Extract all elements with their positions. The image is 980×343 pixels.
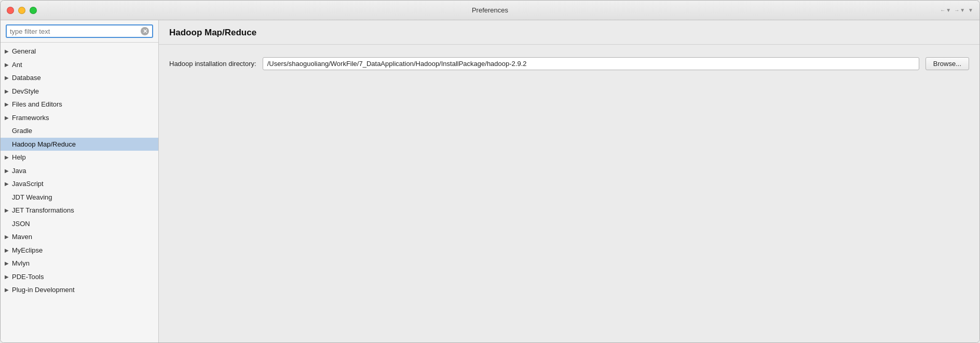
- sidebar-item-frameworks[interactable]: Frameworks: [1, 111, 158, 125]
- expand-arrow-icon: [5, 233, 12, 241]
- sidebar-item-hadoop-map-reduce[interactable]: Hadoop Map/Reduce: [1, 138, 158, 151]
- expand-arrow-icon: [5, 61, 12, 69]
- expand-arrow-icon: [5, 87, 12, 95]
- sidebar-item-label-javascript: JavaScript: [12, 179, 153, 189]
- sidebar-item-label-devstyle: DevStyle: [12, 86, 153, 97]
- back-button[interactable]: ← ▼: [940, 7, 951, 13]
- main-panel: Hadoop Map/Reduce Hadoop installation di…: [159, 20, 979, 342]
- close-button[interactable]: [7, 7, 14, 14]
- sidebar-item-label-pde-tools: PDE-Tools: [12, 272, 153, 282]
- sidebar-item-label-database: Database: [12, 73, 153, 83]
- sidebar-item-jet-transformations[interactable]: JET Transformations: [1, 204, 158, 217]
- forward-button[interactable]: → ▼: [954, 7, 965, 13]
- hadoop-dir-row: Hadoop installation directory: Browse...: [169, 57, 969, 70]
- sidebar-item-label-hadoop-map-reduce: Hadoop Map/Reduce: [12, 139, 153, 150]
- browse-button[interactable]: Browse...: [925, 57, 969, 70]
- sidebar-item-label-myeclipse: MyEclipse: [12, 245, 153, 256]
- sidebar-item-gradle[interactable]: Gradle: [1, 124, 158, 138]
- sidebar-item-database[interactable]: Database: [1, 71, 158, 85]
- sidebar-item-myeclipse[interactable]: MyEclipse: [1, 244, 158, 257]
- sidebar-item-label-help: Help: [12, 152, 153, 163]
- filter-input-wrapper: ✕: [6, 24, 153, 38]
- sidebar-item-pde-tools[interactable]: PDE-Tools: [1, 270, 158, 284]
- sidebar-item-javascript[interactable]: JavaScript: [1, 177, 158, 191]
- hadoop-dir-input[interactable]: [263, 57, 919, 70]
- expand-arrow-icon: [5, 273, 12, 281]
- sidebar-item-label-general: General: [12, 46, 153, 57]
- sidebar-item-java[interactable]: Java: [1, 164, 158, 178]
- forward-icon: →: [954, 7, 959, 13]
- sidebar-item-label-mvlyn: Mvlyn: [12, 258, 153, 269]
- sidebar-item-devstyle[interactable]: DevStyle: [1, 85, 158, 98]
- sidebar-item-help[interactable]: Help: [1, 151, 158, 164]
- titlebar-navigation: ← ▼ → ▼ ▼: [940, 7, 973, 13]
- panel-title: Hadoop Map/Reduce: [169, 28, 969, 38]
- window-controls: [7, 7, 37, 14]
- expand-arrow-icon: [5, 180, 12, 188]
- sidebar-item-jdt-weaving[interactable]: JDT Weaving: [1, 191, 158, 204]
- expand-arrow-icon: [5, 47, 12, 55]
- expand-arrow-icon: [5, 100, 12, 108]
- sidebar-item-general[interactable]: General: [1, 45, 158, 58]
- expand-arrow-icon: [5, 206, 12, 214]
- maximize-button[interactable]: [30, 7, 37, 14]
- sidebar-item-label-jet-transformations: JET Transformations: [12, 205, 153, 216]
- sidebar: ✕ GeneralAntDatabaseDevStyleFiles and Ed…: [1, 20, 159, 342]
- forward-dropdown-icon[interactable]: ▼: [960, 7, 965, 13]
- hadoop-dir-label: Hadoop installation directory:: [169, 60, 256, 68]
- expand-arrow-icon: [5, 153, 12, 161]
- titlebar: Preferences ← ▼ → ▼ ▼: [1, 1, 979, 20]
- expand-arrow-icon: [5, 74, 12, 82]
- sidebar-item-label-ant: Ant: [12, 60, 153, 70]
- back-icon: ←: [940, 7, 945, 13]
- filter-input[interactable]: [10, 28, 141, 35]
- sidebar-item-mvlyn[interactable]: Mvlyn: [1, 257, 158, 270]
- filter-area: ✕: [1, 20, 158, 43]
- expand-arrow-icon: [5, 114, 12, 122]
- expand-arrow-icon: [5, 246, 12, 254]
- menu-button[interactable]: ▼: [968, 7, 973, 13]
- filter-clear-button[interactable]: ✕: [141, 27, 149, 35]
- window-title: Preferences: [472, 6, 508, 14]
- minimize-button[interactable]: [18, 7, 25, 14]
- panel-header: Hadoop Map/Reduce: [159, 20, 979, 45]
- expand-arrow-icon: [5, 286, 12, 294]
- sidebar-item-label-plug-in-development: Plug-in Development: [12, 285, 153, 295]
- menu-icon: ▼: [968, 7, 973, 13]
- expand-arrow-icon: [5, 167, 12, 175]
- content-area: ✕ GeneralAntDatabaseDevStyleFiles and Ed…: [1, 20, 979, 342]
- sidebar-item-label-jdt-weaving: JDT Weaving: [12, 192, 153, 203]
- sidebar-item-label-gradle: Gradle: [12, 126, 153, 136]
- panel-body: Hadoop installation directory: Browse...: [159, 45, 979, 342]
- sidebar-item-plug-in-development[interactable]: Plug-in Development: [1, 283, 158, 297]
- sidebar-item-files-and-editors[interactable]: Files and Editors: [1, 98, 158, 111]
- sidebar-item-maven[interactable]: Maven: [1, 230, 158, 244]
- back-dropdown-icon[interactable]: ▼: [946, 7, 951, 13]
- preferences-window: Preferences ← ▼ → ▼ ▼ ✕: [0, 0, 980, 343]
- expand-arrow-icon: [5, 259, 12, 267]
- sidebar-item-label-maven: Maven: [12, 232, 153, 242]
- sidebar-item-label-json: JSON: [12, 219, 153, 229]
- sidebar-item-label-frameworks: Frameworks: [12, 113, 153, 123]
- sidebar-item-json[interactable]: JSON: [1, 217, 158, 231]
- sidebar-item-ant[interactable]: Ant: [1, 58, 158, 72]
- tree-list: GeneralAntDatabaseDevStyleFiles and Edit…: [1, 43, 158, 342]
- sidebar-item-label-java: Java: [12, 166, 153, 176]
- sidebar-item-label-files-and-editors: Files and Editors: [12, 99, 153, 110]
